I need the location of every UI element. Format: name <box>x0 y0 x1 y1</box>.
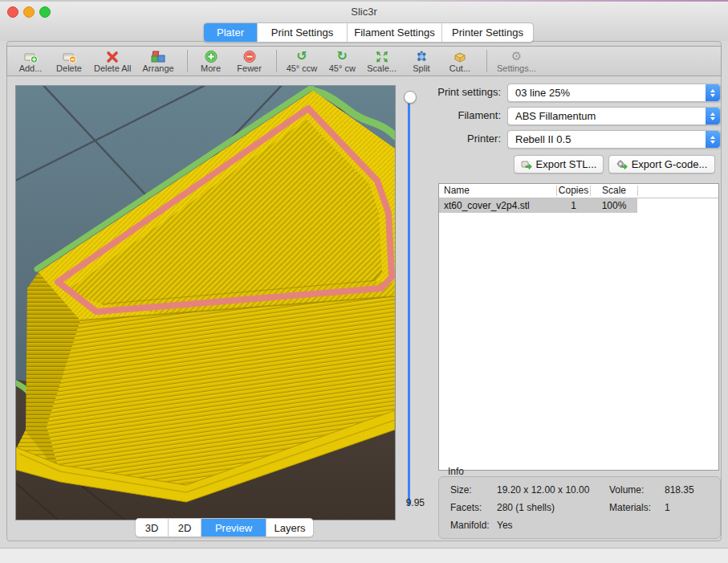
minimize-button[interactable] <box>23 6 35 18</box>
more-copies-icon <box>204 50 218 63</box>
printer-select[interactable]: Rebell II 0.5 <box>507 130 721 149</box>
close-button[interactable] <box>7 6 18 18</box>
info-group-title: Info <box>448 466 464 477</box>
filament-select[interactable]: ABS Fillamentum <box>507 107 721 125</box>
info-manifold-value: Yes <box>497 520 513 531</box>
view-mode-bar: 3D 2D Preview Layers <box>135 518 314 537</box>
3d-preview-viewport[interactable] <box>15 85 396 520</box>
info-facets-value: 280 (1 shells) <box>497 502 555 513</box>
view-mode-3d[interactable]: 3D <box>136 519 169 536</box>
info-materials-value: 1 <box>665 502 670 513</box>
export-gcode-icon <box>616 159 628 169</box>
window-title: Slic3r <box>0 6 728 18</box>
info-volume-value: 818.35 <box>665 484 694 496</box>
delete-object-icon <box>61 50 77 63</box>
tab-printer-settings[interactable]: Printer Settings <box>442 23 533 42</box>
view-mode-layers[interactable]: Layers <box>266 519 313 536</box>
tab-print-settings[interactable]: Print Settings <box>258 23 348 42</box>
split-icon <box>414 50 429 63</box>
chevron-up-down-icon <box>706 131 720 148</box>
tab-filament-settings[interactable]: Filament Settings <box>348 23 442 42</box>
tab-plater[interactable]: Plater <box>204 23 258 42</box>
rotate-cw-button[interactable]: ↻ 45° cw <box>328 50 356 73</box>
info-size-value: 19.20 x 12.00 x 10.00 <box>497 484 589 496</box>
info-facets-label: Facets: <box>450 502 482 513</box>
chevron-up-down-icon <box>706 84 720 101</box>
add-button[interactable]: Add... <box>17 50 44 73</box>
info-volume-label: Volume: <box>609 484 644 496</box>
export-stl-icon <box>521 159 532 169</box>
column-header-scale: Scale <box>591 185 637 196</box>
cut-button[interactable]: Cut... <box>446 50 474 73</box>
more-button[interactable]: More <box>197 50 225 73</box>
zoom-button[interactable] <box>39 6 51 18</box>
info-manifold-label: Manifold: <box>450 520 490 531</box>
filament-label: Filament: <box>397 109 501 121</box>
table-header: Name Copies Scale <box>439 184 718 198</box>
print-settings-label: Print settings: <box>397 86 501 98</box>
settings-icon: ⚙ <box>511 50 522 63</box>
export-gcode-button[interactable]: Export G-code... <box>608 155 715 173</box>
layer-slider-track[interactable] <box>408 102 410 506</box>
toolbar-separator <box>486 50 487 72</box>
view-mode-preview[interactable]: Preview <box>201 519 266 536</box>
statusbar <box>0 549 728 563</box>
print-settings-select[interactable]: 03 line 25% <box>507 84 721 102</box>
info-materials-label: Materials: <box>609 502 651 513</box>
object-copies-cell: 1 <box>557 200 590 211</box>
delete-all-button[interactable]: Delete All <box>94 50 131 73</box>
rotate-ccw-icon: ↺ <box>296 50 307 63</box>
split-button[interactable]: Split <box>408 50 435 73</box>
table-row[interactable]: xt60_cover_v2p4.stl 1 100% <box>439 198 718 213</box>
slic3r-window: Slic3r Plater Print Settings Filament Se… <box>0 0 728 563</box>
scale-button[interactable]: Scale... <box>367 50 397 73</box>
fewer-copies-icon <box>242 50 257 63</box>
delete-all-icon <box>105 50 120 63</box>
column-header-copies: Copies <box>557 185 590 196</box>
export-stl-button[interactable]: Export STL... <box>514 155 604 173</box>
toolbar: Add... Delete Delete All Arrange <box>6 46 722 76</box>
rotate-ccw-button[interactable]: ↺ 45° ccw <box>287 50 318 73</box>
arrange-icon <box>150 50 166 63</box>
column-header-name: Name <box>444 185 470 196</box>
main-tab-bar: Plater Print Settings Filament Settings … <box>203 22 534 43</box>
printer-label: Printer: <box>397 133 501 145</box>
fewer-button[interactable]: Fewer <box>236 50 263 73</box>
object-list-table: Name Copies Scale xt60_cover_v2p4.stl 1 … <box>438 183 719 471</box>
delete-button[interactable]: Delete <box>55 50 83 73</box>
cut-icon <box>452 50 468 63</box>
arrange-button[interactable]: Arrange <box>142 50 173 73</box>
settings-button[interactable]: ⚙ Settings... <box>497 50 536 73</box>
plater-panel: Add... Delete Delete All Arrange <box>6 41 722 541</box>
scale-icon <box>375 50 389 63</box>
info-size-label: Size: <box>450 484 472 496</box>
info-group-box: Size: 19.20 x 12.00 x 10.00 Volume: 818.… <box>438 476 721 539</box>
chevron-up-down-icon <box>706 108 720 124</box>
view-mode-2d[interactable]: 2D <box>169 519 201 536</box>
add-object-icon <box>22 50 39 63</box>
object-scale-cell: 100% <box>591 200 637 211</box>
toolbar-separator <box>276 50 277 72</box>
rotate-cw-icon: ↻ <box>337 50 348 63</box>
object-name-cell: xt60_cover_v2p4.stl <box>444 200 530 211</box>
layer-slider-value: 9.95 <box>391 497 425 508</box>
toolbar-separator <box>187 50 188 72</box>
3d-scene <box>16 86 395 520</box>
